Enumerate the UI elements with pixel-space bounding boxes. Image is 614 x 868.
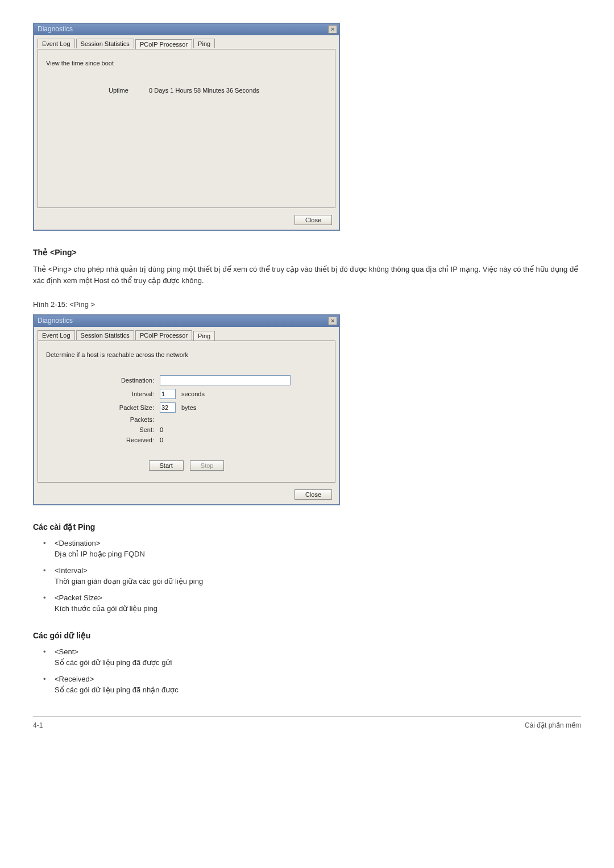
figure-caption: Hình 2-15: <Ping > bbox=[33, 300, 581, 309]
list-item: <Packet Size> Kích thước của gói dữ liệu… bbox=[43, 593, 581, 614]
dialog-titlebar: Diagnostics ✕ bbox=[34, 24, 339, 35]
tab-pcoip-processor[interactable]: PCoIP Processor bbox=[135, 39, 192, 49]
row-packet-size: Packet Size: bytes bbox=[46, 402, 327, 413]
page-footer: 4-1 Cài đặt phần mềm bbox=[33, 716, 581, 729]
tab-content-ping: Determine if a host is reachable across … bbox=[38, 340, 335, 483]
tab-ping[interactable]: Ping bbox=[193, 39, 215, 48]
label-packet-size: Packet Size: bbox=[46, 404, 160, 411]
interval-unit: seconds bbox=[181, 391, 205, 397]
tab-content-processor: View the time since boot Uptime 0 Days 1… bbox=[38, 49, 335, 208]
tab-session-statistics[interactable]: Session Statistics bbox=[76, 330, 134, 340]
row-interval: Interval: seconds bbox=[46, 389, 327, 399]
diagnostics-dialog-ping: Diagnostics ✕ Event Log Session Statisti… bbox=[33, 314, 340, 505]
uptime-row: Uptime 0 Days 1 Hours 58 Minutes 36 Seco… bbox=[109, 87, 327, 94]
list-item: <Interval> Thời gian gián đoạn giữa các … bbox=[43, 566, 581, 587]
sent-value: 0 bbox=[160, 426, 163, 433]
footer-left: 4-1 bbox=[33, 721, 43, 729]
heading-packets: Các gói dữ liệu bbox=[33, 631, 581, 640]
label-sent: Sent: bbox=[46, 426, 160, 433]
term: <Interval> bbox=[55, 566, 581, 576]
close-icon[interactable]: ✕ bbox=[328, 317, 337, 325]
row-received: Received: 0 bbox=[46, 437, 327, 443]
packets-list: <Sent> Số các gói dữ liệu ping đã được g… bbox=[43, 647, 581, 695]
stop-button[interactable]: Stop bbox=[190, 460, 225, 471]
definition: Số các gói dữ liệu ping đã nhận được bbox=[55, 685, 581, 696]
definition: Địa chỉ IP hoặc ping FQDN bbox=[55, 549, 581, 560]
row-sent: Sent: 0 bbox=[46, 426, 327, 433]
close-button[interactable]: Close bbox=[294, 489, 332, 500]
label-received: Received: bbox=[46, 437, 160, 443]
definition: Kích thước của gói dữ liệu ping bbox=[55, 604, 581, 614]
uptime-value: 0 Days 1 Hours 58 Minutes 36 Seconds bbox=[149, 87, 259, 94]
label-destination: Destination: bbox=[46, 377, 160, 384]
tab-session-statistics[interactable]: Session Statistics bbox=[76, 39, 134, 48]
label-interval: Interval: bbox=[46, 391, 160, 397]
packet-size-input[interactable] bbox=[160, 402, 176, 413]
dialog-title: Diagnostics bbox=[38, 317, 73, 325]
tab-description: View the time since boot bbox=[46, 60, 327, 67]
definition: Thời gian gián đoạn giữa các gói dữ liệu… bbox=[55, 576, 581, 587]
start-button[interactable]: Start bbox=[149, 460, 184, 471]
dialog-bottom-bar: Close bbox=[34, 486, 339, 504]
dialog-bottom-bar: Close bbox=[34, 211, 339, 230]
row-packets-header: Packets: bbox=[46, 416, 327, 423]
definition: Số các gói dữ liệu ping đã được gửi bbox=[55, 658, 581, 668]
ping-settings-list: <Destination> Địa chỉ IP hoặc ping FQDN … bbox=[43, 538, 581, 614]
packet-size-unit: bytes bbox=[181, 404, 196, 411]
received-value: 0 bbox=[160, 437, 163, 443]
list-item: <Sent> Số các gói dữ liệu ping đã được g… bbox=[43, 647, 581, 668]
ping-button-bar: Start Stop bbox=[46, 460, 327, 471]
list-item: <Destination> Địa chỉ IP hoặc ping FQDN bbox=[43, 538, 581, 560]
term: <Destination> bbox=[55, 538, 581, 549]
diagnostics-dialog-processor: Diagnostics ✕ Event Log Session Statisti… bbox=[33, 23, 340, 231]
tab-ping[interactable]: Ping bbox=[193, 331, 215, 341]
close-icon[interactable]: ✕ bbox=[328, 25, 337, 34]
term: <Received> bbox=[55, 674, 581, 685]
dialog-titlebar: Diagnostics ✕ bbox=[34, 315, 339, 327]
tab-event-log[interactable]: Event Log bbox=[38, 39, 75, 48]
dialog-title: Diagnostics bbox=[38, 25, 73, 33]
tab-row: Event Log Session Statistics PCoIP Proce… bbox=[34, 327, 339, 340]
term: <Sent> bbox=[55, 647, 581, 658]
uptime-label: Uptime bbox=[109, 87, 136, 94]
list-item: <Received> Số các gói dữ liệu ping đã nh… bbox=[43, 674, 581, 696]
label-packets: Packets: bbox=[46, 416, 160, 423]
footer-right: Cài đặt phần mềm bbox=[525, 721, 581, 729]
tab-pcoip-processor[interactable]: PCoIP Processor bbox=[135, 330, 192, 340]
heading-ping-settings: Các cài đặt Ping bbox=[33, 522, 581, 531]
heading-the-ping: Thẻ <Ping> bbox=[33, 248, 581, 257]
row-destination: Destination: bbox=[46, 375, 327, 385]
tab-event-log[interactable]: Event Log bbox=[38, 330, 75, 340]
destination-input[interactable] bbox=[160, 375, 291, 385]
tab-description: Determine if a host is reachable across … bbox=[46, 351, 327, 358]
paragraph-ping-desc: Thẻ <Ping> cho phép nhà quản trị dùng pi… bbox=[33, 264, 581, 286]
tab-row: Event Log Session Statistics PCoIP Proce… bbox=[34, 35, 339, 49]
interval-input[interactable] bbox=[160, 389, 176, 399]
term: <Packet Size> bbox=[55, 593, 581, 604]
close-button[interactable]: Close bbox=[294, 215, 332, 225]
